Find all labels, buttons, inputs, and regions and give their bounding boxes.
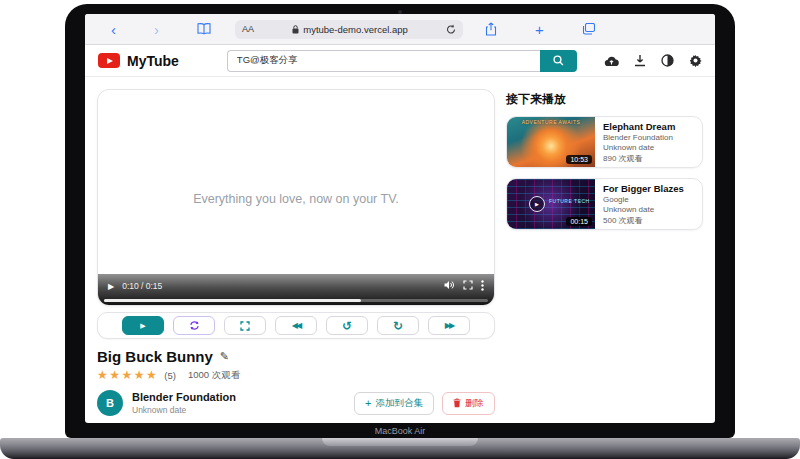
- theme-toggle-icon[interactable]: [661, 54, 674, 67]
- up-next-heading: 接下来播放: [506, 91, 703, 108]
- brand-title[interactable]: MyTube: [127, 53, 179, 69]
- header-icons: [604, 54, 702, 67]
- loop-icon: [189, 320, 200, 331]
- player-time: 0:10 / 0:15: [122, 281, 162, 291]
- player-fullscreen-icon[interactable]: [463, 280, 473, 292]
- address-bar[interactable]: AA mytube-demo.vercel.app: [235, 20, 463, 39]
- video-progress-bar[interactable]: [104, 299, 488, 302]
- laptop-frame: ‹ › AA mytube-demo.vercel.app: [65, 4, 735, 438]
- channel-avatar[interactable]: B: [97, 390, 123, 416]
- new-tab-icon[interactable]: +: [535, 21, 544, 38]
- download-icon[interactable]: [634, 54, 646, 67]
- up-next-channel: Blender Foundation: [603, 133, 675, 142]
- rating-row: ★★★★★ (5) 1000 次观看: [97, 368, 495, 382]
- skip-forward-icon: ↻: [393, 320, 403, 332]
- bookmarks-icon[interactable]: [197, 23, 211, 35]
- up-next-title[interactable]: For Bigger Blazes: [603, 183, 684, 194]
- rewind-icon: ◀◀: [292, 321, 300, 330]
- rating-count: (5): [164, 370, 176, 381]
- fullscreen-button[interactable]: [224, 316, 266, 335]
- search-bar: [227, 50, 577, 72]
- up-next-sidebar: 接下来播放 ADVENTURE AWAITS 10:53 Elephant Dr…: [506, 89, 703, 416]
- trash-icon: [453, 398, 461, 408]
- duration-badge: 00:15: [566, 217, 592, 226]
- video-progress-fill: [104, 299, 361, 302]
- volume-icon[interactable]: [444, 280, 455, 292]
- fast-forward-icon: ▶▶: [445, 321, 453, 330]
- device-label: MacBook Air: [65, 426, 735, 436]
- player-menu-icon[interactable]: [481, 280, 484, 293]
- page-content: Everything you love, now on your TV. ▶ 0…: [85, 77, 715, 416]
- tab-overview-icon[interactable]: [582, 23, 595, 35]
- video-title: Big Buck Bunny: [97, 348, 213, 365]
- view-count: 1000 次观看: [188, 369, 240, 382]
- play-button[interactable]: ▶: [122, 316, 164, 335]
- thumbnail-caption: FUTURE TECH: [549, 198, 590, 204]
- screen: ‹ › AA mytube-demo.vercel.app: [85, 14, 715, 423]
- rewind-button[interactable]: ◀◀: [275, 316, 317, 335]
- edit-title-icon[interactable]: ✎: [220, 350, 229, 363]
- search-input[interactable]: [227, 50, 540, 72]
- skip-forward-button[interactable]: ↻: [377, 316, 419, 335]
- thumbnail-caption: ADVENTURE AWAITS: [507, 119, 595, 125]
- upload-cloud-icon[interactable]: [604, 55, 619, 67]
- delete-button[interactable]: 删除: [442, 392, 495, 415]
- search-icon: [553, 55, 564, 66]
- main-column: Everything you love, now on your TV. ▶ 0…: [97, 89, 495, 416]
- settings-gear-icon[interactable]: [689, 54, 702, 67]
- mytube-logo-icon[interactable]: [98, 53, 120, 68]
- up-next-date: Unknown date: [603, 205, 684, 214]
- upload-date: Unknown date: [132, 405, 236, 415]
- up-next-views: 500 次观看: [603, 215, 684, 226]
- video-player[interactable]: Everything you love, now on your TV. ▶ 0…: [97, 89, 495, 306]
- forward-icon[interactable]: ›: [154, 22, 159, 37]
- share-icon[interactable]: [485, 22, 497, 36]
- reader-mode-button[interactable]: AA: [242, 24, 254, 34]
- up-next-views: 890 次观看: [603, 153, 675, 164]
- loop-button[interactable]: [173, 316, 215, 335]
- reload-icon[interactable]: [446, 24, 456, 35]
- video-thumbnail[interactable]: ▶ FUTURE TECH 00:15: [507, 179, 595, 229]
- search-button[interactable]: [540, 50, 577, 72]
- video-thumbnail[interactable]: ADVENTURE AWAITS 10:53: [507, 117, 595, 167]
- fullscreen-icon: [240, 321, 250, 331]
- channel-row: B Blender Foundation Unknown date + 添加到合…: [97, 390, 495, 416]
- up-next-title[interactable]: Elephant Dream: [603, 121, 675, 132]
- trackpad-notch: [322, 438, 478, 446]
- skip-back-icon: ↺: [342, 320, 352, 332]
- laptop-base: [0, 438, 800, 459]
- player-play-icon[interactable]: ▶: [108, 282, 114, 291]
- up-next-channel: Google: [603, 195, 684, 204]
- duration-badge: 10:53: [566, 155, 592, 164]
- channel-name[interactable]: Blender Foundation: [132, 391, 236, 403]
- up-next-date: Unknown date: [603, 143, 675, 152]
- star-rating[interactable]: ★★★★★: [97, 368, 158, 382]
- thumb-play-icon: ▶: [529, 196, 545, 212]
- up-next-item[interactable]: ▶ FUTURE TECH 00:15 For Bigger Blazes Go…: [506, 178, 703, 230]
- url-text: mytube-demo.vercel.app: [259, 24, 441, 35]
- skip-back-button[interactable]: ↺: [326, 316, 368, 335]
- fast-forward-button[interactable]: ▶▶: [428, 316, 470, 335]
- custom-controls-bar: ▶ ◀◀ ↺ ↻: [97, 312, 495, 339]
- plus-icon: +: [365, 397, 371, 409]
- lock-icon: [292, 25, 299, 34]
- native-video-controls: ▶ 0:10 / 0:15: [98, 274, 494, 305]
- play-icon: ▶: [140, 322, 145, 330]
- back-icon[interactable]: ‹: [111, 22, 116, 37]
- browser-toolbar: ‹ › AA mytube-demo.vercel.app: [85, 14, 715, 45]
- site-header: MyTube: [85, 45, 715, 77]
- add-to-collection-button[interactable]: + 添加到合集: [354, 392, 434, 415]
- up-next-item[interactable]: ADVENTURE AWAITS 10:53 Elephant Dream Bl…: [506, 116, 703, 168]
- player-overlay-text: Everything you love, now on your TV.: [98, 192, 494, 206]
